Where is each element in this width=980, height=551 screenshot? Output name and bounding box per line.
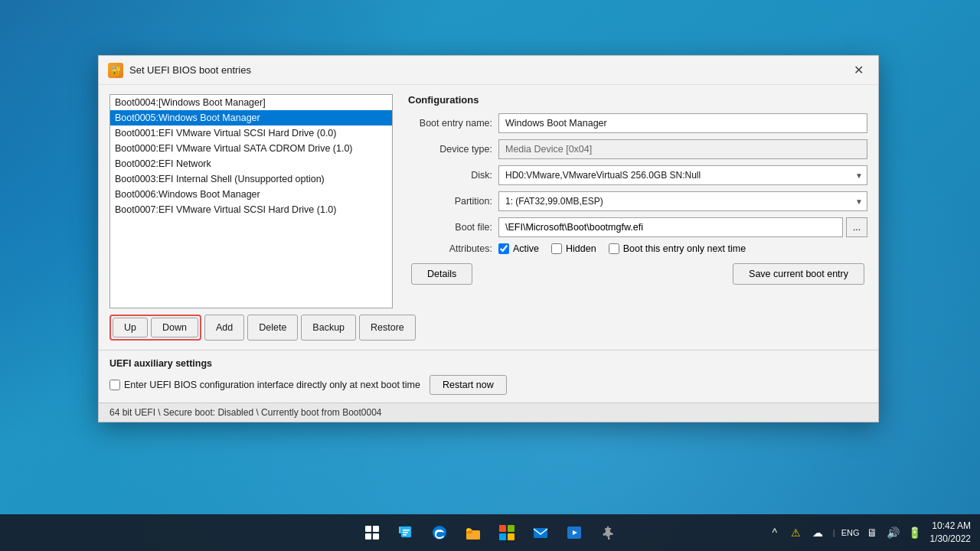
svg-rect-12 — [499, 525, 506, 532]
left-panel: Boot0004:[Windows Boot Manager] Boot0005… — [109, 94, 393, 341]
active-checkbox[interactable] — [498, 243, 509, 254]
uefi-bios-checkbox-item[interactable]: Enter UEFI BIOS configuration interface … — [109, 380, 420, 390]
taskbar-right: ^ ⚠ ☁ | ENG 🖥 🔊 🔋 10:42 AM 1/30/2022 — [766, 520, 971, 546]
attributes-group: Active Hidden Boot this entry only next … — [498, 243, 867, 254]
next-boot-checkbox[interactable] — [609, 243, 619, 254]
dialog-content: Boot0004:[Windows Boot Manager] Boot0005… — [99, 85, 878, 350]
backup-button[interactable]: Backup — [301, 315, 356, 341]
system-icons: ENG 🖥 🔊 🔋 — [841, 523, 924, 542]
next-boot-checkbox-label: Boot this entry only next time — [623, 243, 746, 254]
restart-now-button[interactable]: Restart now — [430, 375, 507, 395]
svg-rect-1 — [373, 526, 379, 532]
boot-entry-name-input[interactable] — [498, 113, 867, 133]
browse-button[interactable]: ... — [846, 217, 867, 237]
list-item[interactable]: Boot0002:EFI Network — [110, 156, 392, 171]
uefi-aux-section: UEFI auxiliary settings Enter UEFI BIOS … — [99, 350, 878, 403]
delete-button[interactable]: Delete — [247, 315, 298, 341]
taskbar-app-edge[interactable] — [424, 517, 455, 548]
taskbar-app-mail[interactable] — [525, 517, 556, 548]
warning-icon[interactable]: ⚠ — [787, 523, 805, 542]
active-checkbox-label: Active — [513, 243, 539, 254]
taskbar-app-files[interactable] — [390, 517, 421, 548]
status-bar: 64 bit UEFI \ Secure boot: Disabled \ Cu… — [99, 403, 878, 422]
disk-select-wrapper: HD0:VMware,VMwareVirtualS 256.0GB SN:Nul… — [498, 165, 867, 185]
svg-rect-14 — [499, 533, 506, 540]
boot-file-label: Boot file: — [408, 222, 492, 233]
boot-list[interactable]: Boot0004:[Windows Boot Manager] Boot0005… — [109, 94, 393, 308]
title-bar: 🔐 Set UEFI BIOS boot entries ✕ — [99, 56, 878, 85]
monitor-icon[interactable]: 🖥 — [863, 523, 881, 542]
attributes-label: Attributes: — [408, 243, 492, 254]
list-item[interactable]: Boot0003:EFI Internal Shell (Unsupported… — [110, 171, 392, 187]
svg-rect-6 — [403, 530, 410, 531]
restore-button[interactable]: Restore — [359, 315, 416, 341]
right-panel: Configurations Boot entry name: Device t… — [408, 94, 867, 341]
chevron-up-icon[interactable]: ^ — [766, 523, 784, 542]
taskbar-app-settings[interactable] — [593, 517, 623, 548]
uefi-bios-checkbox-label: Enter UEFI BIOS configuration interface … — [124, 380, 420, 390]
list-item[interactable]: Boot0004:[Windows Boot Manager] — [110, 95, 392, 110]
partition-select[interactable]: 1: (FAT32,99.0MB,ESP) — [498, 191, 867, 211]
svg-rect-2 — [365, 533, 371, 540]
taskbar: ^ ⚠ ☁ | ENG 🖥 🔊 🔋 10:42 AM 1/30/2022 — [0, 514, 980, 551]
status-text: 64 bit UEFI \ Secure boot: Disabled \ Cu… — [109, 407, 382, 418]
list-item[interactable]: Boot0001:EFI VMware Virtual SCSI Hard Dr… — [110, 126, 392, 141]
uefi-aux-row: Enter UEFI BIOS configuration interface … — [109, 375, 867, 395]
list-item[interactable]: Boot0006:Windows Boot Manager — [110, 187, 392, 202]
volume-icon[interactable]: 🔊 — [884, 523, 903, 542]
svg-rect-13 — [508, 525, 514, 532]
partition-row: Partition: 1: (FAT32,99.0MB,ESP) ▼ — [408, 191, 867, 211]
up-button[interactable]: Up — [113, 318, 148, 337]
configurations-title: Configurations — [408, 94, 867, 106]
uefi-bios-dialog: 🔐 Set UEFI BIOS boot entries ✕ Boot0004:… — [98, 55, 879, 422]
save-boot-entry-button[interactable]: Save current boot entry — [733, 263, 864, 285]
boot-file-wrapper: ... — [498, 217, 867, 237]
down-button[interactable]: Down — [151, 318, 198, 337]
add-button[interactable]: Add — [204, 315, 244, 341]
close-button[interactable]: ✕ — [848, 61, 869, 80]
device-type-label: Device type: — [408, 144, 492, 155]
active-checkbox-item[interactable]: Active — [498, 243, 539, 254]
taskbar-app-explorer[interactable] — [458, 517, 488, 548]
partition-select-wrapper: 1: (FAT32,99.0MB,ESP) ▼ — [498, 191, 867, 211]
hidden-checkbox-item[interactable]: Hidden — [551, 243, 596, 254]
boot-file-input[interactable] — [498, 217, 843, 237]
next-boot-checkbox-item[interactable]: Boot this entry only next time — [609, 243, 746, 254]
tray-divider: | — [833, 528, 835, 537]
battery-icon[interactable]: 🔋 — [906, 523, 924, 542]
svg-rect-3 — [373, 533, 379, 540]
hidden-checkbox[interactable] — [551, 243, 562, 254]
svg-rect-16 — [534, 528, 547, 538]
svg-rect-15 — [508, 533, 514, 540]
clock[interactable]: 10:42 AM 1/30/2022 — [930, 520, 971, 546]
action-buttons: Up Down Add Delete Backup Restore — [109, 315, 393, 341]
boot-entry-name-row: Boot entry name: — [408, 113, 867, 133]
list-item[interactable]: Boot0000:EFI VMware Virtual SATA CDROM D… — [110, 141, 392, 156]
list-item[interactable]: Boot0007:EFI VMware Virtual SCSI Hard Dr… — [110, 202, 392, 217]
taskbar-app-media[interactable] — [559, 517, 590, 548]
disk-row: Disk: HD0:VMware,VMwareVirtualS 256.0GB … — [408, 165, 867, 185]
cloud-icon[interactable]: ☁ — [808, 523, 827, 542]
time-display: 10:42 AM — [930, 520, 971, 533]
device-type-row: Device type: — [408, 139, 867, 159]
start-button[interactable] — [357, 517, 387, 548]
dialog-icon: 🔐 — [108, 63, 123, 78]
svg-rect-8 — [403, 534, 407, 536]
lang-icon[interactable]: ENG — [841, 523, 860, 542]
details-button[interactable]: Details — [411, 263, 472, 285]
hidden-checkbox-label: Hidden — [566, 243, 596, 254]
device-type-input — [498, 139, 867, 159]
disk-select[interactable]: HD0:VMware,VMwareVirtualS 256.0GB SN:Nul… — [498, 165, 867, 185]
partition-label: Partition: — [408, 196, 492, 207]
attributes-row: Attributes: Active Hidden Boot this entr… — [408, 243, 867, 254]
up-down-group: Up Down — [109, 315, 201, 341]
date-display: 1/30/2022 — [930, 533, 971, 546]
dialog-title: Set UEFI BIOS boot entries — [129, 64, 848, 76]
uefi-bios-checkbox[interactable] — [109, 380, 120, 390]
taskbar-center — [357, 517, 623, 548]
uefi-aux-title: UEFI auxiliary settings — [109, 358, 867, 369]
taskbar-app-store[interactable] — [492, 517, 522, 548]
list-item-selected[interactable]: Boot0005:Windows Boot Manager — [110, 110, 392, 126]
svg-rect-0 — [365, 526, 371, 532]
boot-entry-name-label: Boot entry name: — [408, 118, 492, 129]
